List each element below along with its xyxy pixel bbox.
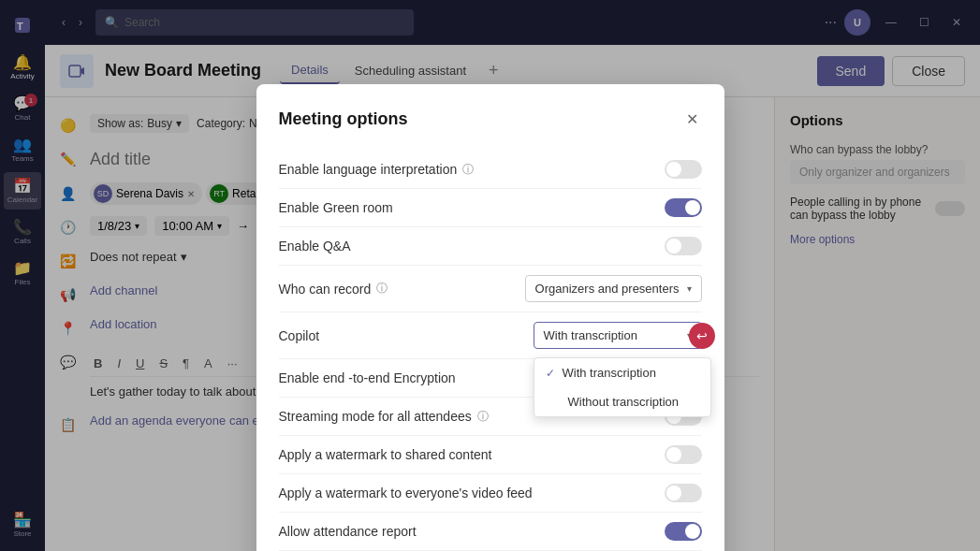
copilot-container: With transcription ▾ ↩ ✓ With transcript… xyxy=(534,322,702,349)
who-record-label: Who can record ⓘ xyxy=(279,281,514,297)
copilot-option-with-transcription[interactable]: ✓ With transcription xyxy=(534,358,710,387)
language-label: Enable language interpretation ⓘ xyxy=(279,162,653,178)
modal-row-language: Enable language interpretation ⓘ xyxy=(279,151,702,189)
copilot-option-with-label: With transcription xyxy=(563,366,656,380)
copilot-dropdown-menu: ✓ With transcription Without transcripti… xyxy=(534,357,711,417)
language-info-icon[interactable]: ⓘ xyxy=(462,162,474,178)
copilot-option-without-transcription[interactable]: Without transcription xyxy=(534,387,710,416)
modal-header: Meeting options ✕ xyxy=(279,107,702,132)
modal-row-watermark-content: Apply a watermark to shared content xyxy=(279,436,702,474)
streaming-info-icon[interactable]: ⓘ xyxy=(477,409,489,425)
qna-label-text: Enable Q&A xyxy=(279,239,351,254)
who-record-chevron-icon: ▾ xyxy=(687,283,692,294)
watermark-video-label-text: Apply a watermark to everyone's video fe… xyxy=(279,486,533,500)
attendance-label-text: Allow attendance report xyxy=(279,524,417,539)
greenroom-toggle[interactable] xyxy=(665,198,702,217)
watermark-video-label: Apply a watermark to everyone's video fe… xyxy=(279,486,653,500)
modal-row-qna: Enable Q&A xyxy=(279,227,702,266)
qna-toggle[interactable] xyxy=(665,237,702,255)
greenroom-label: Enable Green room xyxy=(279,200,653,215)
qna-label: Enable Q&A xyxy=(279,239,653,254)
attendance-label: Allow attendance report xyxy=(279,524,653,539)
modal-row-attendance: Allow attendance report xyxy=(279,513,702,551)
watermark-content-toggle[interactable] xyxy=(665,445,702,464)
copilot-label: Copilot xyxy=(279,328,522,343)
modal-row-who-record: Who can record ⓘ Organizers and presente… xyxy=(279,266,702,312)
copilot-value: With transcription xyxy=(544,328,637,342)
copilot-action-icon: ↩ xyxy=(696,328,708,343)
language-label-text: Enable language interpretation xyxy=(279,162,458,177)
modal-row-greenroom: Enable Green room xyxy=(279,189,702,227)
copilot-option-without-label: Without transcription xyxy=(568,395,680,409)
modal-close-button[interactable]: ✕ xyxy=(682,107,702,132)
language-toggle[interactable] xyxy=(665,160,702,179)
copilot-select[interactable]: With transcription ▾ xyxy=(534,322,702,349)
attendance-toggle[interactable] xyxy=(665,522,702,541)
who-record-info-icon[interactable]: ⓘ xyxy=(376,281,388,297)
who-record-value: Organizers and presenters xyxy=(535,282,680,296)
copilot-label-text: Copilot xyxy=(279,328,320,343)
greenroom-label-text: Enable Green room xyxy=(279,200,393,215)
watermark-content-label-text: Apply a watermark to shared content xyxy=(279,447,492,462)
meeting-options-modal: Meeting options ✕ Enable language interp… xyxy=(256,84,724,551)
check-icon: ✓ xyxy=(546,367,555,380)
copilot-action-button[interactable]: ↩ xyxy=(689,323,715,349)
who-record-label-text: Who can record xyxy=(279,282,372,297)
who-record-select[interactable]: Organizers and presenters ▾ xyxy=(525,275,702,302)
watermark-content-label: Apply a watermark to shared content xyxy=(279,447,653,462)
modal-row-copilot: Copilot With transcription ▾ ↩ ✓ With tr… xyxy=(279,312,702,359)
modal-row-watermark-video: Apply a watermark to everyone's video fe… xyxy=(279,474,702,513)
watermark-video-toggle[interactable] xyxy=(665,484,702,502)
e2e-label-text: Enable end -to-end Encryption xyxy=(279,370,456,385)
streaming-label-text: Streaming mode for all attendees xyxy=(279,409,472,424)
modal-title: Meeting options xyxy=(279,109,408,129)
